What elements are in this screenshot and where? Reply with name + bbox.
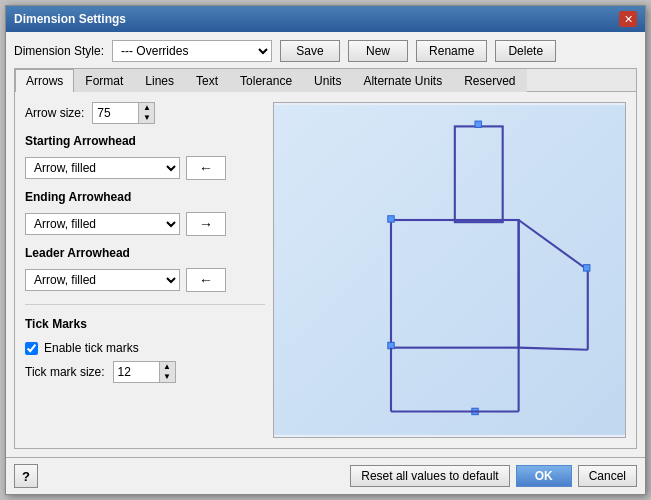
footer: ? Reset all values to default OK Cancel	[6, 457, 645, 494]
tick-mark-size-label: Tick mark size:	[25, 365, 105, 379]
tab-tolerance[interactable]: Tolerance	[229, 69, 303, 92]
enable-tick-marks-row: Enable tick marks	[25, 341, 265, 355]
arrow-size-up[interactable]: ▲	[138, 103, 154, 113]
arrow-size-row: Arrow size: ▲ ▼	[25, 102, 265, 124]
arrow-size-label: Arrow size:	[25, 106, 84, 120]
enable-tick-marks-checkbox[interactable]	[25, 342, 38, 355]
tick-mark-size-input[interactable]	[114, 363, 159, 381]
tab-text[interactable]: Text	[185, 69, 229, 92]
leader-arrowhead-label: Leader Arrowhead	[25, 246, 265, 260]
tab-reserved[interactable]: Reserved	[453, 69, 526, 92]
svg-rect-8	[584, 265, 590, 271]
ending-arrow-icon: →	[186, 212, 226, 236]
leader-arrowhead-section: Leader Arrowhead Arrow, filled ←	[25, 246, 265, 292]
leader-arrowhead-select[interactable]: Arrow, filled	[25, 269, 180, 291]
arrow-size-spinner: ▲ ▼	[92, 102, 155, 124]
tab-alternate-units[interactable]: Alternate Units	[352, 69, 453, 92]
tick-size-row: Tick mark size: ▲ ▼	[25, 361, 265, 383]
enable-tick-marks-label: Enable tick marks	[44, 341, 139, 355]
tick-mark-size-spinner: ▲ ▼	[113, 361, 176, 383]
svg-rect-0	[274, 105, 625, 435]
starting-arrow-icon: ←	[186, 156, 226, 180]
arrow-size-input[interactable]	[93, 104, 138, 122]
tab-arrows[interactable]: Arrows	[15, 69, 74, 92]
arrow-size-spinner-btns: ▲ ▼	[138, 103, 154, 123]
tab-lines[interactable]: Lines	[134, 69, 185, 92]
title-bar: Dimension Settings ✕	[6, 6, 645, 32]
tab-units[interactable]: Units	[303, 69, 352, 92]
window-title: Dimension Settings	[14, 12, 126, 26]
cancel-button[interactable]: Cancel	[578, 465, 637, 487]
starting-arrowhead-label: Starting Arrowhead	[25, 134, 265, 148]
help-button[interactable]: ?	[14, 464, 38, 488]
save-button[interactable]: Save	[280, 40, 340, 62]
delete-button[interactable]: Delete	[495, 40, 556, 62]
arrow-size-down[interactable]: ▼	[138, 113, 154, 123]
main-window: Dimension Settings ✕ Dimension Style: --…	[5, 5, 646, 495]
preview-panel	[273, 102, 626, 438]
tick-marks-section: Tick Marks Enable tick marks Tick mark s…	[25, 317, 265, 383]
tabs-container: Arrows Format Lines Text Tolerance Units…	[14, 68, 637, 449]
tab-bar: Arrows Format Lines Text Tolerance Units…	[15, 69, 636, 92]
tick-size-up[interactable]: ▲	[159, 362, 175, 372]
ending-arrowhead-section: Ending Arrowhead Arrow, filled →	[25, 190, 265, 236]
ending-arrowhead-select[interactable]: Arrow, filled	[25, 213, 180, 235]
tick-size-down[interactable]: ▼	[159, 372, 175, 382]
dimension-style-row: Dimension Style: --- Overrides Save New …	[14, 40, 637, 62]
starting-arrowhead-section: Starting Arrowhead Arrow, filled ←	[25, 134, 265, 180]
leader-arrowhead-row: Arrow, filled ←	[25, 268, 265, 292]
left-panel: Arrow size: ▲ ▼ Starting Arrowhead	[25, 102, 265, 438]
ending-arrowhead-label: Ending Arrowhead	[25, 190, 265, 204]
tick-size-spinner-btns: ▲ ▼	[159, 362, 175, 382]
reset-button[interactable]: Reset all values to default	[350, 465, 509, 487]
dim-style-select[interactable]: --- Overrides	[112, 40, 272, 62]
content-area: Dimension Style: --- Overrides Save New …	[6, 32, 645, 457]
starting-arrowhead-row: Arrow, filled ←	[25, 156, 265, 180]
tab-content: Arrow size: ▲ ▼ Starting Arrowhead	[15, 92, 636, 448]
new-button[interactable]: New	[348, 40, 408, 62]
svg-rect-7	[475, 121, 481, 127]
close-button[interactable]: ✕	[619, 11, 637, 27]
ok-button[interactable]: OK	[516, 465, 572, 487]
tick-marks-label: Tick Marks	[25, 317, 265, 331]
tab-format[interactable]: Format	[74, 69, 134, 92]
footer-right: Reset all values to default OK Cancel	[350, 465, 637, 487]
dim-style-label: Dimension Style:	[14, 44, 104, 58]
svg-rect-11	[388, 216, 394, 222]
starting-arrowhead-select[interactable]: Arrow, filled	[25, 157, 180, 179]
leader-arrow-icon: ←	[186, 268, 226, 292]
ending-arrowhead-row: Arrow, filled →	[25, 212, 265, 236]
rename-button[interactable]: Rename	[416, 40, 487, 62]
preview-svg	[274, 103, 625, 437]
